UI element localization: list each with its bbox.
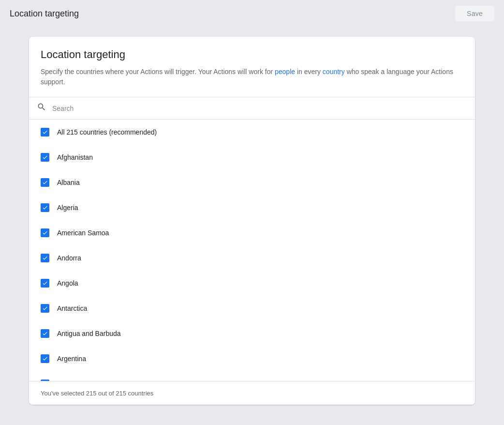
country-item[interactable]: Andorra <box>29 245 475 271</box>
search-icon <box>37 102 46 114</box>
main-content: Location targeting Specify the countries… <box>0 27 504 414</box>
save-button[interactable]: Save <box>455 6 494 21</box>
checkbox-all[interactable] <box>41 128 49 137</box>
country-name: Argentina <box>57 355 86 363</box>
country-name: Afghanistan <box>57 153 93 161</box>
people-link[interactable]: people <box>275 68 295 76</box>
country-name: Andorra <box>57 254 81 262</box>
country-name: Angola <box>57 279 78 287</box>
country-item[interactable]: All 215 countries (recommended) <box>29 120 475 145</box>
country-item[interactable]: Algeria <box>29 195 475 220</box>
checkbox-antigua-and-barbuda[interactable] <box>41 329 49 338</box>
checkbox-andorra[interactable] <box>41 254 49 262</box>
page-title: Location targeting <box>10 9 79 19</box>
search-bar <box>29 97 475 120</box>
country-item[interactable]: Argentina <box>29 346 475 371</box>
selection-status: You've selected 215 out of 215 countries <box>41 390 153 397</box>
country-name: All 215 countries (recommended) <box>57 128 157 136</box>
checkbox-american-samoa[interactable] <box>41 228 49 237</box>
countries-list[interactable]: All 215 countries (recommended)Afghanist… <box>29 120 475 381</box>
card-title: Location targeting <box>41 48 463 61</box>
country-name: Antigua and Barbuda <box>57 330 121 337</box>
country-item[interactable]: Afghanistan <box>29 145 475 170</box>
checkbox-argentina[interactable] <box>41 354 49 363</box>
checkbox-antarctica[interactable] <box>41 304 49 313</box>
country-name: Albania <box>57 179 80 186</box>
country-name: Antarctica <box>57 304 87 312</box>
country-item[interactable]: Antigua and Barbuda <box>29 321 475 346</box>
checkbox-albania[interactable] <box>41 178 49 187</box>
card-footer: You've selected 215 out of 215 countries <box>29 381 475 405</box>
checkbox-angola[interactable] <box>41 279 49 288</box>
country-name: Armenia <box>57 380 82 381</box>
location-targeting-card: Location targeting Specify the countries… <box>29 37 475 405</box>
country-item[interactable]: Antarctica <box>29 296 475 321</box>
card-description: Specify the countries where your Actions… <box>41 67 457 87</box>
country-item[interactable]: Albania <box>29 170 475 195</box>
page-header: Location targeting Save <box>0 0 504 27</box>
checkbox-armenia[interactable] <box>41 379 49 381</box>
checkbox-algeria[interactable] <box>41 203 49 212</box>
country-name: American Samoa <box>57 229 109 237</box>
checkbox-afghanistan[interactable] <box>41 153 49 162</box>
country-name: Algeria <box>57 204 78 212</box>
card-header: Location targeting Specify the countries… <box>29 37 475 97</box>
country-item[interactable]: Armenia <box>29 371 475 381</box>
country-link[interactable]: country <box>323 68 345 76</box>
search-input[interactable] <box>52 105 467 112</box>
country-item[interactable]: Angola <box>29 271 475 296</box>
country-item[interactable]: American Samoa <box>29 220 475 245</box>
